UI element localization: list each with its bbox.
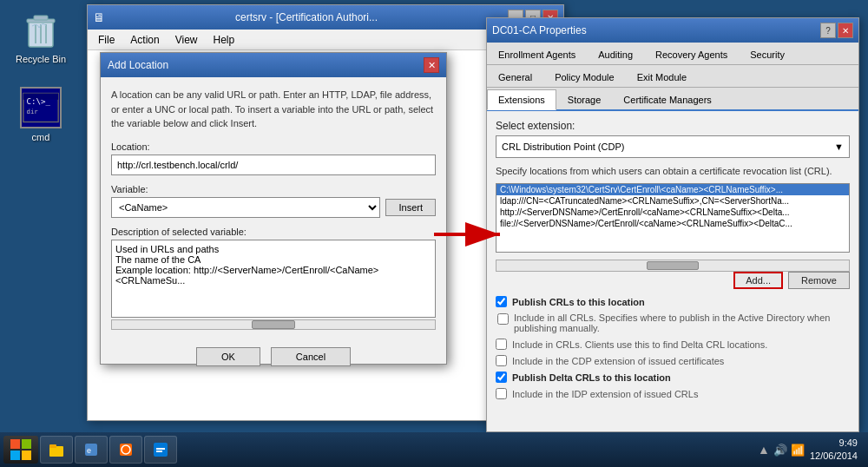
- taskbar-item-2[interactable]: e: [75, 436, 108, 464]
- include-all-crls-checkbox[interactable]: [497, 313, 509, 325]
- clock: 9:49 12/06/2014: [810, 437, 858, 464]
- red-arrow: [425, 217, 512, 252]
- network-icon: ▲: [758, 443, 770, 457]
- tab-policy-module[interactable]: Policy Module: [543, 67, 625, 87]
- clock-date: 12/06/2014: [810, 450, 858, 463]
- volume-icon: 🔊: [773, 444, 787, 457]
- description-field-label: Description of selected variable:: [111, 227, 436, 237]
- insert-button[interactable]: Insert: [385, 199, 436, 216]
- dialog-footer: OK Cancel: [101, 340, 446, 373]
- taskbar-file-explorer[interactable]: [40, 436, 73, 464]
- cancel-button[interactable]: Cancel: [271, 347, 351, 366]
- system-tray: ▲ 🔊 📶 9:49 12/06/2014: [751, 437, 865, 464]
- desc-scrollbar[interactable]: [111, 319, 436, 330]
- menu-help[interactable]: Help: [207, 32, 242, 48]
- dc01-body: Select extension: CRL Distribution Point…: [487, 111, 858, 413]
- checkbox-include-cdp: Include in the CDP extension of issued c…: [496, 355, 850, 366]
- desc-line2: The name of the CA: [115, 254, 431, 265]
- svg-rect-13: [22, 439, 31, 449]
- tab-extensions[interactable]: Extensions: [487, 89, 556, 110]
- start-button[interactable]: [3, 436, 38, 464]
- tab-enrollment-agents[interactable]: Enrollment Agents: [487, 44, 587, 64]
- dc01-properties-window: DC01-CA Properties ? ✕ Enrollment Agents…: [486, 17, 859, 432]
- location-input[interactable]: [111, 155, 436, 175]
- include-idp-label: Include in the IDP extension of issued C…: [512, 389, 698, 399]
- tab-auditing[interactable]: Auditing: [587, 44, 644, 64]
- dc01-close-btn[interactable]: ✕: [838, 23, 853, 38]
- tab-certificate-managers[interactable]: Certificate Managers: [612, 89, 723, 109]
- taskbar: e ▲ 🔊 📶 9:49 12/06/2014: [0, 432, 868, 467]
- location-buttons: Add... Remove: [496, 272, 850, 289]
- menu-action[interactable]: Action: [123, 32, 166, 48]
- ok-button[interactable]: OK: [196, 347, 260, 366]
- remove-location-btn[interactable]: Remove: [788, 272, 850, 289]
- svg-rect-12: [10, 439, 20, 449]
- checkboxes-container: Publish CRLs to this location Include in…: [496, 296, 850, 399]
- taskbar-item-4[interactable]: [144, 436, 177, 464]
- extension-description: Specify locations from which users can o…: [496, 165, 850, 178]
- publish-crls-label: Publish CRLs to this location: [512, 297, 645, 307]
- cmd-label: cmd: [10, 132, 71, 142]
- select-extension-label: Select extension:: [496, 120, 850, 132]
- desc-line1: Used in URLs and paths: [115, 244, 431, 254]
- dialog-body: A location can be any valid URL or path.…: [101, 77, 446, 340]
- tab-exit-module[interactable]: Exit Module: [626, 67, 698, 87]
- publish-delta-label: Publish Delta CRLs to this location: [512, 372, 671, 383]
- checkbox-include-idp: Include in the IDP extension of issued C…: [496, 388, 850, 399]
- svg-rect-15: [22, 451, 31, 460]
- desc-line3: Example location: http://<ServerName>/Ce…: [115, 265, 431, 286]
- locations-list[interactable]: C:\Windows\system32\CertSrv\CertEnroll\<…: [496, 183, 850, 253]
- desc-scroll-thumb: [252, 320, 295, 329]
- dc01-title: DC01-CA Properties: [492, 24, 587, 36]
- include-cdp-label: Include in the CDP extension of issued c…: [512, 356, 724, 366]
- locations-scrollbar[interactable]: [496, 260, 850, 272]
- taskbar-item-3[interactable]: [109, 436, 142, 464]
- include-cdp-checkbox[interactable]: [496, 355, 507, 366]
- publish-crls-checkbox[interactable]: [496, 296, 507, 307]
- dialog-titlebar: Add Location ✕: [101, 53, 446, 77]
- variable-row: <CaName> <CRLNameSuffix> <DeltaCRLAllowe…: [111, 197, 436, 218]
- add-location-btn[interactable]: Add...: [733, 272, 783, 289]
- tab-security[interactable]: Security: [739, 44, 796, 64]
- file-explorer-icon: [48, 441, 65, 458]
- location-item-1[interactable]: ldap:///CN=<CATruncatedName><CRLNameSuff…: [496, 195, 849, 207]
- scrollbar-thumb: [647, 261, 699, 270]
- svg-rect-14: [10, 451, 20, 460]
- include-all-crls-label: Include in all CRLs. Specifies where to …: [514, 312, 850, 333]
- extension-select[interactable]: CRL Distribution Point (CDP) ▼: [496, 135, 850, 158]
- desktop: Recycle Bin C:\>_ dir cmd 🖥 certsrv - [C…: [0, 0, 868, 432]
- menu-file[interactable]: File: [91, 32, 122, 48]
- dc01-tabs-row2: General Policy Module Exit Module: [487, 65, 858, 88]
- dialog-title: Add Location: [108, 59, 168, 71]
- publish-delta-checkbox[interactable]: [496, 372, 507, 383]
- dialog-close-btn[interactable]: ✕: [424, 57, 439, 73]
- menu-view[interactable]: View: [168, 32, 205, 48]
- location-item-3[interactable]: file://<ServerDNSName>/CertEnroll/<caNam…: [496, 218, 849, 229]
- variable-select[interactable]: <CaName> <CRLNameSuffix> <DeltaCRLAllowe…: [111, 197, 380, 218]
- certsrv-title: certsrv - [Certification Authori...: [105, 11, 508, 23]
- dc01-tabs-row3: Extensions Storage Certificate Managers: [487, 88, 858, 111]
- recycle-bin-icon[interactable]: Recycle Bin: [10, 9, 71, 64]
- clock-time: 9:49: [810, 437, 858, 450]
- location-field-label: Location:: [111, 141, 436, 152]
- svg-rect-24: [156, 451, 162, 452]
- cmd-icon[interactable]: C:\>_ dir cmd: [10, 87, 71, 142]
- include-crls-checkbox[interactable]: [496, 339, 507, 350]
- checkbox-include-crls: Include in CRLs. Clients use this to fin…: [496, 339, 850, 350]
- tab-recovery-agents[interactable]: Recovery Agents: [644, 44, 739, 64]
- select-dropdown-arrow: ▼: [834, 141, 844, 152]
- tab-storage[interactable]: Storage: [556, 89, 613, 109]
- svg-rect-23: [156, 448, 165, 450]
- include-idp-checkbox[interactable]: [496, 388, 507, 399]
- location-item-2[interactable]: http://<ServerDNSName>/CertEnroll/<caNam…: [496, 207, 849, 218]
- location-item-0[interactable]: C:\Windows\system32\CertSrv\CertEnroll\<…: [496, 184, 849, 195]
- dc01-help-btn[interactable]: ?: [820, 23, 836, 38]
- network-status-icon: 📶: [791, 444, 805, 457]
- tab-general[interactable]: General: [487, 67, 543, 87]
- add-location-dialog: Add Location ✕ A location can be any val…: [100, 52, 447, 365]
- variable-description-box: Used in URLs and paths The name of the C…: [111, 240, 436, 318]
- checkbox-include-all-crls: Include in all CRLs. Specifies where to …: [497, 312, 850, 333]
- dialog-description: A location can be any valid URL or path.…: [111, 88, 436, 131]
- tray-icons: ▲ 🔊 📶: [758, 443, 805, 457]
- cmd-image: C:\>_ dir: [20, 87, 62, 128]
